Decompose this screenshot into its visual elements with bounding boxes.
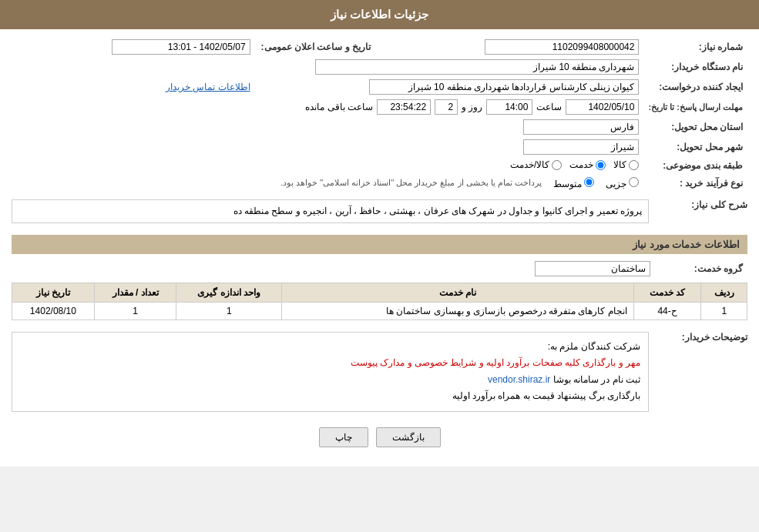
table-row: 1 ح-44 انجام کارهای متفرقه درخصوص بازساز… bbox=[12, 302, 747, 320]
process-motavaset-option[interactable]: متوسط bbox=[553, 177, 594, 189]
created-by-label: ایجاد کننده درخواست: bbox=[643, 77, 747, 97]
buttons-row: بازگشت چاپ bbox=[12, 427, 747, 447]
category-khedmat-option[interactable]: خدمت bbox=[569, 159, 606, 170]
page-header: جزئیات اطلاعات نیاز bbox=[0, 0, 759, 29]
deadline-day-label: روز و bbox=[462, 102, 482, 112]
page-title: جزئیات اطلاعات نیاز bbox=[331, 8, 428, 21]
print-button[interactable]: چاپ bbox=[319, 427, 368, 447]
deadline-remaining-label: ساعت باقی مانده bbox=[305, 102, 373, 112]
process-motavaset-radio[interactable] bbox=[584, 177, 594, 187]
announce-input[interactable] bbox=[112, 39, 250, 55]
buyer-notes-line3-link[interactable]: vendor.shiraz.ir bbox=[488, 374, 550, 385]
need-description-label: شرح کلی نیاز: bbox=[655, 196, 747, 210]
cell-code: ح-44 bbox=[633, 302, 701, 320]
col-unit: واحد اندازه گیری bbox=[176, 283, 282, 302]
buyer-notes-box: شرکت کنندگان ملزم به: مهر و بارگذاری کلی… bbox=[12, 332, 649, 412]
cell-unit: 1 bbox=[176, 302, 282, 320]
need-description-text: پروژه تعمیر و اجرای کانیوا و جداول در شه… bbox=[233, 206, 642, 216]
service-group-label: گروه خدمت: bbox=[655, 259, 747, 279]
buyer-notes-label: توضیحات خریدار: bbox=[655, 328, 747, 343]
buyer-notes-line3: ثبت نام در سامانه بوشا vendor.shiraz.ir bbox=[20, 372, 640, 389]
cell-row: 1 bbox=[701, 302, 747, 320]
buyer-notes-line3-prefix: ثبت نام در سامانه بوشا bbox=[550, 374, 640, 385]
buyer-notes-line4: بارگذاری برگ پیشنهاد قیمت به همراه برآور… bbox=[20, 388, 640, 405]
cell-date: 1402/08/10 bbox=[12, 302, 95, 320]
cell-name: انجام کارهای متفرقه درخصوص بازسازی و بهس… bbox=[282, 302, 634, 320]
city-input[interactable] bbox=[523, 139, 639, 155]
deadline-label: مهلت ارسال پاسخ: تا تاریخ: bbox=[643, 97, 747, 117]
process-options-group: جزیی متوسط پرداخت تمام یا بخشی از مبلغ خ… bbox=[16, 177, 639, 189]
need-description-box: پروژه تعمیر و اجرای کانیوا و جداول در شه… bbox=[12, 199, 649, 223]
category-radio-group: کالا خدمت کالا/خدمت bbox=[510, 159, 639, 170]
process-jozii-radio[interactable] bbox=[629, 177, 639, 187]
deadline-date-input[interactable] bbox=[566, 99, 639, 115]
announce-label: تاریخ و ساعت اعلان عمومی: bbox=[255, 37, 375, 57]
col-date: تاریخ نیاز bbox=[12, 283, 95, 302]
buyer-org-label: نام دستگاه خریدار: bbox=[643, 57, 747, 77]
province-input[interactable] bbox=[523, 119, 639, 135]
process-text: پرداخت تمام یا بخشی از مبلغ خریدار محل "… bbox=[280, 178, 542, 188]
province-label: استان محل تحویل: bbox=[643, 117, 747, 137]
category-kala-option[interactable]: کالا bbox=[613, 159, 639, 170]
category-khedmat-radio[interactable] bbox=[596, 160, 606, 170]
col-code: کد خدمت bbox=[633, 283, 701, 302]
need-number-input[interactable] bbox=[485, 39, 639, 55]
category-label: طبقه بندی موضوعی: bbox=[643, 157, 747, 175]
category-kala-khedmat-option[interactable]: کالا/خدمت bbox=[510, 159, 562, 170]
buyer-notes-line1: شرکت کنندگان ملزم به: bbox=[20, 339, 640, 356]
col-quantity: تعداد / مقدار bbox=[94, 283, 176, 302]
contact-link[interactable]: اطلاعات تماس خریدار bbox=[166, 82, 250, 92]
created-by-input[interactable] bbox=[369, 79, 639, 95]
col-name: نام خدمت bbox=[282, 283, 634, 302]
services-section-title: اطلاعات خدمات مورد نیاز bbox=[12, 235, 747, 254]
deadline-time-input[interactable] bbox=[486, 99, 532, 115]
buyer-notes-line2: مهر و بارگذاری کلیه صفحات برآورد اولیه و… bbox=[20, 355, 640, 372]
back-button[interactable]: بازگشت bbox=[376, 427, 441, 447]
services-table: ردیف کد خدمت نام خدمت واحد اندازه گیری ت… bbox=[12, 283, 747, 320]
deadline-remaining-input[interactable] bbox=[377, 99, 431, 115]
deadline-days-input[interactable] bbox=[435, 99, 458, 115]
process-label: نوع فرآیند خرید : bbox=[643, 175, 747, 192]
category-kala-khedmat-radio[interactable] bbox=[552, 160, 562, 170]
buyer-org-input[interactable] bbox=[315, 59, 639, 75]
category-kala-radio[interactable] bbox=[629, 160, 639, 170]
need-number-label: شماره نیاز: bbox=[643, 37, 747, 57]
buyer-notes-line2-text: مهر و بارگذاری کلیه صفحات برآورد اولیه و… bbox=[351, 357, 640, 368]
col-row: ردیف bbox=[701, 283, 747, 302]
city-label: شهر محل تحویل: bbox=[643, 137, 747, 157]
cell-quantity: 1 bbox=[94, 302, 176, 320]
deadline-time-label: ساعت bbox=[536, 102, 562, 112]
service-group-input[interactable] bbox=[535, 261, 650, 276]
process-jozii-option[interactable]: جزیی bbox=[606, 177, 639, 189]
